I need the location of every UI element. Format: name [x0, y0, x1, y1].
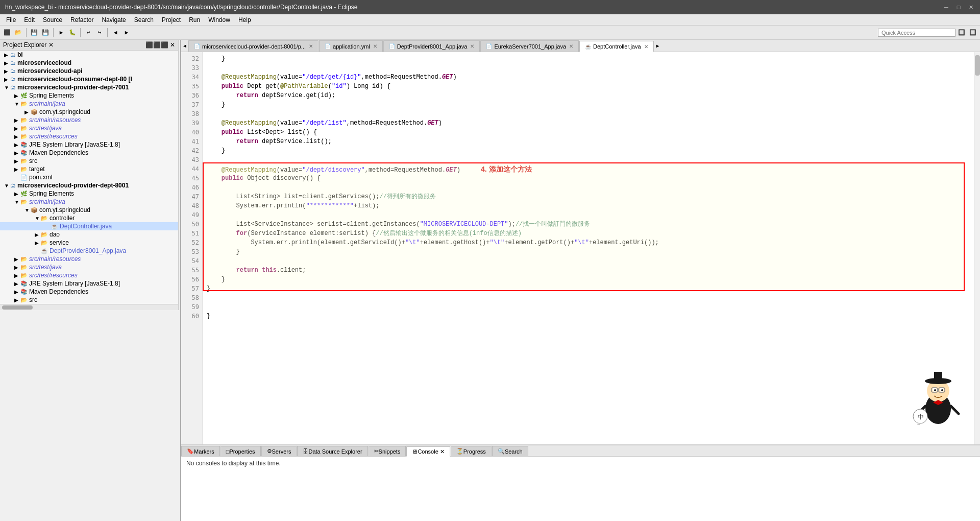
tree-item-pkg-7001[interactable]: ▶ 📦 com.yt.springcloud — [0, 108, 178, 116]
toolbar-open[interactable]: 📂 — [13, 28, 23, 38]
menu-edit[interactable]: Edit — [20, 15, 39, 25]
tree-item-msc-7001[interactable]: ▼ 🗂 microservicecloud-provider-dept-7001 — [0, 83, 178, 91]
toolbar-new[interactable]: ⬛ — [2, 28, 12, 38]
toolbar-run[interactable]: ▶ — [56, 28, 66, 38]
src-icon: 📂 — [20, 117, 28, 124]
tree-item-microservicecloud[interactable]: ▶ 🗂 microservicecloud — [0, 59, 178, 67]
title-bar: hn_workspace_bi - microservicecloud-prov… — [0, 0, 980, 14]
code-editor[interactable]: } @RequestMapping(value="/dept/get/{id}"… — [203, 52, 974, 444]
toolbar-forward[interactable]: ▶ — [121, 28, 132, 38]
toolbar-save-all[interactable]: 💾 — [40, 28, 51, 38]
tab-servers[interactable]: ⚙ Servers — [261, 446, 297, 456]
tree-item-bi[interactable]: ▶ 🗂 bi — [0, 51, 178, 59]
tree-item-msc-api[interactable]: ▶ 🗂 microservicecloud-api — [0, 67, 178, 75]
menu-source[interactable]: Source — [39, 15, 66, 25]
menu-refactor[interactable]: Refactor — [66, 15, 97, 25]
toolbar-perspective[interactable]: 🔲 — [957, 28, 967, 38]
tree-item-srcmainres-8001[interactable]: ▶ 📂 src/main/resources — [0, 255, 178, 263]
tab-icon: 📄 — [389, 43, 395, 49]
folder-icon: 📂 — [41, 231, 48, 238]
menu-help[interactable]: Help — [234, 15, 255, 25]
code-line-55: return this.client; — [207, 266, 970, 275]
tree-item-jre-8001[interactable]: ▶ 📚 JRE System Library [JavaSE-1.8] — [0, 279, 178, 288]
tree-item-srctestres-7001[interactable]: ▶ 📂 src/test/resources — [0, 132, 178, 140]
tree-item-deptapp-8001[interactable]: ☕ DeptProvider8001_App.java — [0, 247, 178, 255]
tree-item-deptcontroller[interactable]: ☕ DeptController.java — [0, 222, 178, 230]
tab-deptprovider-app[interactable]: 📄 DeptProvider8001_App.java ✕ — [383, 40, 480, 52]
tree-item-pkg-8001[interactable]: ▼ 📦 com.yt.springcloud — [0, 206, 178, 214]
tab-console[interactable]: 🖥 Console ✕ — [406, 446, 450, 457]
tree-item-target-7001[interactable]: ▶ 📂 target — [0, 165, 178, 173]
tab-close-btn[interactable]: ✕ — [309, 43, 313, 49]
tree-item-dao-8001[interactable]: ▶ 📂 dao — [0, 230, 178, 239]
tab-snippets[interactable]: ✂ Snippets — [369, 446, 406, 456]
menu-file[interactable]: File — [2, 15, 20, 25]
menu-navigate[interactable]: Navigate — [97, 15, 130, 25]
expand-arrow: ▼ — [14, 199, 20, 205]
tab-close-btn[interactable]: ✕ — [373, 43, 377, 49]
tree-item-spring-elements-7001[interactable]: ▶ 🌿 Spring Elements — [0, 91, 178, 100]
scroll-thumb[interactable] — [2, 305, 33, 310]
tab-markers[interactable]: 🔖 Markers — [181, 446, 220, 456]
toolbar-perspective2[interactable]: 🔲 — [968, 28, 978, 38]
tab-application-yml[interactable]: 📄 application.yml ✕ — [319, 40, 383, 52]
tab-eureka-app[interactable]: 📄 EurekaServer7001_App.java ✕ — [480, 40, 579, 52]
tree-item-spring-elements-8001[interactable]: ▶ 🌿 Spring Elements — [0, 190, 178, 198]
tree-item-jre-7001[interactable]: ▶ 📚 JRE System Library [JavaSE-1.8] — [0, 140, 178, 149]
tab-close-btn[interactable]: ✕ — [644, 44, 648, 50]
tab-properties[interactable]: □ Properties — [220, 446, 261, 456]
tab-scroll-left[interactable]: ◀ — [181, 42, 188, 50]
tree-item-maven-7001[interactable]: ▶ 📚 Maven Dependencies — [0, 149, 178, 157]
tree-label: Maven Dependencies — [29, 149, 88, 156]
toolbar-debug[interactable]: 🐛 — [67, 28, 78, 38]
tree-item-msc-consumer[interactable]: ▶ 🗂 microservicecloud-consumer-dept-80 [… — [0, 75, 178, 83]
toolbar-back[interactable]: ◀ — [110, 28, 120, 38]
tab-close-btn[interactable]: ✕ — [569, 43, 573, 49]
tree-item-src-7001[interactable]: ▶ 📂 src — [0, 157, 178, 165]
expand-arrow: ▶ — [14, 281, 20, 287]
tree-item-srctestres-8001[interactable]: ▶ 📂 src/test/resources — [0, 271, 178, 279]
toolbar-undo[interactable]: ↩ — [83, 28, 93, 38]
tab-scroll-right[interactable]: ▶ — [654, 42, 662, 50]
tree-item-msc-8001[interactable]: ▼ 🗂 microservicecloud-provider-dept-8001 — [0, 181, 178, 190]
tree-item-srcmainjava-7001[interactable]: ▼ 📂 src/main/java — [0, 100, 178, 108]
tree-item-pom-7001[interactable]: 📄 pom.xml — [0, 173, 178, 181]
tab-project-file[interactable]: 📄 microservicecloud-provider-dept-8001/p… — [188, 40, 318, 52]
menu-window[interactable]: Window — [204, 15, 234, 25]
toolbar-redo[interactable]: ↪ — [94, 28, 105, 38]
tree-label: pom.xml — [29, 174, 52, 181]
content-area: Project Explorer ✕ ⬛⬛⬛ ✕ ▶ 🗂 bi ▶ — [0, 40, 980, 521]
code-line-60: } — [207, 312, 970, 321]
tab-icon: 🖥 — [412, 448, 418, 455]
toolbar-save[interactable]: 💾 — [29, 28, 39, 38]
expand-arrow: ▶ — [14, 273, 20, 278]
explorer-controls[interactable]: ⬛⬛⬛ ✕ — [145, 41, 175, 49]
editor-vertical-scrollbar[interactable] — [974, 52, 980, 444]
left-horizontal-scrollbar[interactable] — [0, 304, 178, 310]
tree-item-srctestjava-7001[interactable]: ▶ 📂 src/test/java — [0, 124, 178, 132]
minimize-button[interactable]: ─ — [942, 3, 950, 11]
tab-deptcontroller[interactable]: ☕ DeptController.java ✕ — [579, 41, 654, 52]
expand-arrow: ▶ — [14, 256, 20, 262]
menu-search[interactable]: Search — [130, 15, 158, 25]
tree-item-controller-8001[interactable]: ▼ 📂 controller — [0, 214, 178, 222]
tab-search[interactable]: 🔍 Search — [492, 446, 528, 456]
tab-close-btn[interactable]: ✕ — [470, 43, 474, 49]
tab-label: Console ✕ — [418, 448, 444, 455]
tree-item-srctestjava-8001[interactable]: ▶ 📂 src/test/java — [0, 263, 178, 271]
tree-item-src-8001[interactable]: ▶ 📂 src — [0, 296, 178, 304]
scroll-thumb[interactable] — [975, 55, 980, 76]
menu-run[interactable]: Run — [185, 15, 204, 25]
tree-item-srcmainres-7001[interactable]: ▶ 📂 src/main/resources — [0, 116, 178, 124]
quick-access-input[interactable] — [878, 29, 955, 37]
close-button[interactable]: ✕ — [967, 3, 975, 11]
code-line-51: for(ServiceInstance element:serList) {//… — [207, 229, 970, 238]
tree-item-srcmainjava-8001[interactable]: ▼ 📂 src/main/java — [0, 198, 178, 206]
menu-project[interactable]: Project — [158, 15, 185, 25]
tree-item-maven-8001[interactable]: ▶ 📚 Maven Dependencies — [0, 288, 178, 296]
tree-item-service-8001[interactable]: ▶ 📂 service — [0, 239, 178, 247]
maximize-button[interactable]: □ — [954, 3, 963, 11]
tab-datasource[interactable]: 🗄 Data Source Explorer — [297, 446, 368, 456]
tab-label: DeptProvider8001_App.java — [397, 43, 468, 50]
tab-progress[interactable]: ⏳ Progress — [451, 446, 492, 456]
